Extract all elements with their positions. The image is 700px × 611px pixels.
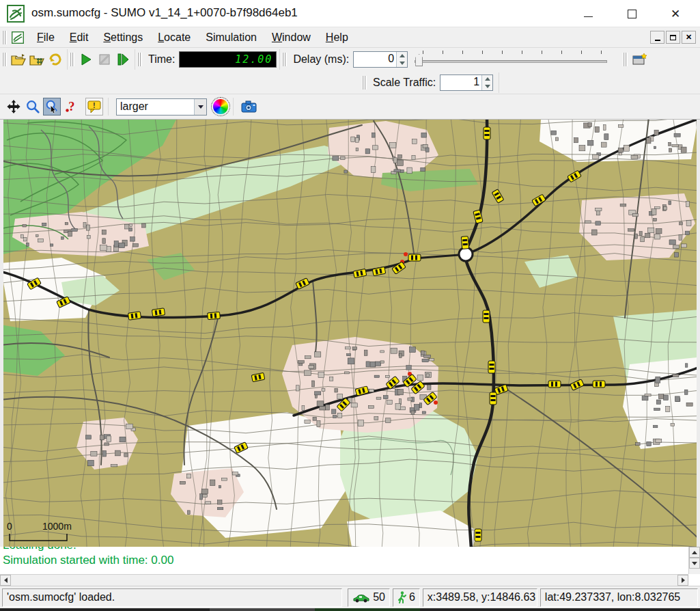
vehicle[interactable] [593,381,605,388]
help-query-button[interactable]: ? [62,98,80,116]
screenshot-button[interactable] [240,98,258,116]
open-network-button[interactable] [27,51,46,69]
building [320,406,326,410]
mdi-minimize-button[interactable] [650,31,664,44]
stop-button[interactable] [95,51,113,69]
building [374,417,378,420]
building [639,232,642,236]
building [20,234,23,238]
delay-slider[interactable] [413,50,608,69]
scale-distance-label: 1000m [42,521,72,532]
vehicle[interactable] [483,310,490,323]
building [417,375,423,381]
vehicle[interactable] [152,308,165,316]
vehicle[interactable] [461,236,469,249]
map-canvas[interactable]: 01000m [0,120,700,547]
vehicle[interactable] [548,381,561,388]
vehicle-count: 50 [373,591,385,603]
minimize-button[interactable] [572,0,604,27]
menu-locate[interactable]: Locate [150,29,198,46]
toolbar-grip[interactable] [2,31,7,44]
building [663,395,668,400]
building [210,480,215,486]
vehicle[interactable] [128,312,141,320]
building [129,228,132,231]
close-button[interactable]: ✕ [660,0,691,27]
menu-simulation[interactable]: Simulation [198,29,264,46]
building [656,377,660,383]
building [654,146,656,149]
coloring-scheme-combo[interactable]: larger [116,98,207,116]
vehicle[interactable] [408,254,421,261]
building [680,222,683,225]
building [654,408,660,411]
scale-traffic-spinbox[interactable]: 1 [440,74,493,91]
building [42,223,46,226]
vehicle[interactable] [490,392,496,405]
map-view[interactable]: 01000m [0,120,700,547]
recenter-view-icon [6,99,21,114]
mdi-close-button[interactable]: ✕ [682,31,696,44]
toolbar-grip[interactable] [362,76,367,90]
delay-spinbox[interactable]: 0 [353,51,408,68]
menu-file[interactable]: File [29,29,62,46]
building [296,385,299,391]
scroll-down-button[interactable] [689,558,700,569]
reload-button[interactable] [46,51,64,69]
building [91,451,97,456]
building [579,145,585,151]
spin-up-button[interactable] [482,75,492,83]
scroll-up-button[interactable] [689,547,700,558]
vehicle[interactable] [208,312,221,320]
building [337,413,342,418]
scroll-right-button[interactable] [677,575,688,586]
building [318,372,324,378]
step-button[interactable] [113,51,132,69]
combo-dropdown-icon[interactable] [194,99,206,115]
building [302,406,305,411]
toolbar-grip[interactable] [623,53,628,66]
building [673,245,679,249]
xy-coordinates-panel: x:3489.58, y:14846.63 [423,588,537,607]
scroll-track[interactable] [11,575,677,586]
recenter-view-button[interactable] [5,98,23,116]
building [654,219,657,221]
zoom-button[interactable] [24,98,42,116]
menu-settings[interactable]: Settings [96,29,150,46]
svg-text:!: ! [93,101,96,109]
toolbar-grip[interactable] [282,53,287,66]
toolbar-grip[interactable] [137,53,142,66]
menu-help[interactable]: Help [318,29,356,46]
slider-handle[interactable] [415,54,423,66]
log-horizontal-scrollbar[interactable] [0,574,688,586]
building [636,443,640,446]
minimize-icon [584,16,593,17]
map-left-edge [0,120,3,547]
maximize-button[interactable] [616,0,647,27]
vehicle[interactable] [484,127,490,139]
new-view-button[interactable] [630,51,648,69]
spin-up-button[interactable] [397,52,407,59]
toolbar-grip[interactable] [2,53,7,66]
toolbar-grip[interactable] [70,53,74,66]
scroll-left-button[interactable] [0,575,11,586]
edit-coloring-button[interactable] [212,98,229,116]
menu-window[interactable]: Window [264,29,318,46]
mdi-restore-button[interactable] [666,31,680,44]
menu-edit[interactable]: Edit [62,29,96,46]
vehicle[interactable] [475,529,481,541]
building [684,390,688,394]
scale-traffic-toolbar: Scale Traffic: 1 [360,72,499,93]
message-log[interactable]: Loading done. Simulation started with ti… [0,547,700,586]
log-vertical-scrollbar[interactable] [688,547,700,574]
spin-down-button[interactable] [482,83,492,90]
open-config-button[interactable] [9,51,27,69]
building [83,223,86,228]
locate-tool-button[interactable] [43,98,61,116]
message-window-button[interactable]: ! [85,98,103,116]
play-button[interactable] [76,51,95,69]
vehicle[interactable] [488,361,495,373]
building [645,394,651,396]
spin-down-button[interactable] [397,59,407,67]
building [642,396,648,400]
